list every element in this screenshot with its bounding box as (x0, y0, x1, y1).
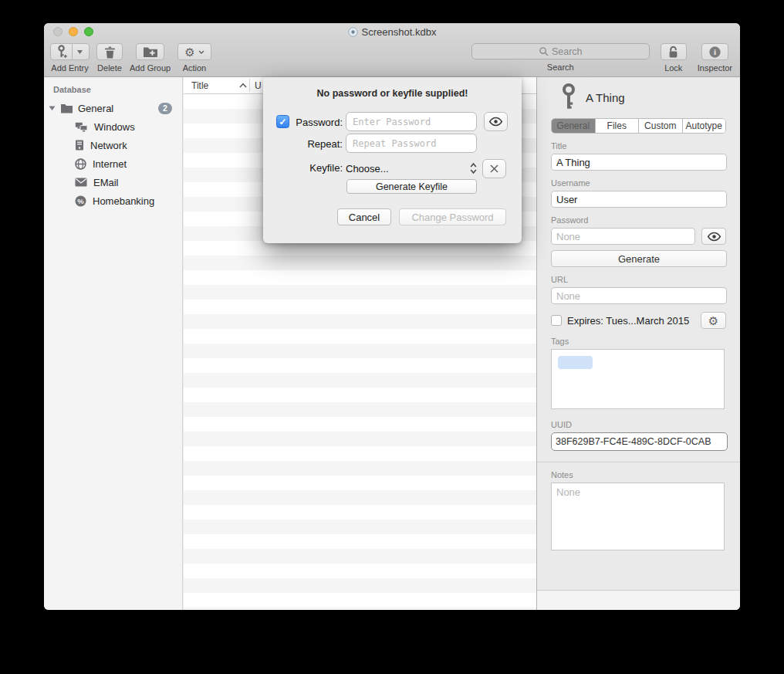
svg-text:%: % (77, 196, 84, 205)
sidebar-item-network[interactable]: Network (44, 136, 182, 154)
username-field-label: Username (551, 178, 726, 188)
tags-label: Tags (551, 337, 726, 346)
clear-keyfile-button[interactable] (482, 159, 506, 178)
document-icon (348, 27, 358, 37)
notes-field[interactable] (551, 483, 725, 550)
server-icon (75, 140, 84, 151)
group-sidebar: Database General 2 Windows Network Inter… (44, 77, 183, 610)
envelope-icon (75, 178, 87, 187)
expires-checkbox[interactable] (551, 315, 562, 326)
lock-button[interactable] (661, 43, 687, 60)
column-divider[interactable] (249, 79, 250, 92)
disclosure-triangle-icon[interactable] (49, 105, 56, 111)
trash-icon (104, 46, 116, 59)
search-icon (539, 46, 549, 56)
column-header-title[interactable]: Title (184, 80, 208, 91)
delete-label: Delete (97, 63, 122, 73)
enter-password-field[interactable] (346, 112, 477, 131)
action-button[interactable]: ⚙ (177, 43, 211, 60)
password-label: Password: (289, 117, 343, 128)
divider (537, 462, 740, 462)
password-field-label: Password (551, 215, 726, 225)
tab-files[interactable]: Files (596, 119, 640, 133)
password-field[interactable] (551, 228, 695, 245)
url-field[interactable] (551, 287, 727, 304)
globe-icon (75, 158, 86, 170)
column-header-username[interactable]: U (255, 80, 262, 91)
action-label: Action (183, 63, 207, 73)
change-password-button[interactable]: Change Password (399, 208, 506, 225)
info-icon: i (708, 46, 721, 59)
window-title-area: Screenshot.kdbx (44, 23, 740, 40)
expires-settings-button[interactable]: ⚙ (701, 312, 726, 329)
inspector-label: Inspector (698, 63, 732, 73)
repeat-label: Repeat: (289, 138, 343, 150)
tab-custom[interactable]: Custom (639, 119, 683, 133)
app-window: Screenshot.kdbx Add Entry Delete (44, 23, 740, 610)
split-divider (72, 44, 73, 59)
percent-icon: % (75, 195, 86, 207)
search-input[interactable]: Search (471, 43, 650, 59)
sidebar-item-windows[interactable]: Windows (44, 117, 182, 136)
lock-label: Lock (664, 63, 682, 73)
sidebar-item-internet[interactable]: Internet (44, 154, 182, 173)
sheet-message: No password or keyfile supplied! (263, 88, 522, 99)
keyfile-popup[interactable]: Choose... (346, 159, 477, 178)
keyfile-label: Keyfile: (289, 162, 343, 174)
entry-count-badge: 2 (158, 103, 172, 114)
sidebar-item-homebanking[interactable]: % Homebanking (44, 191, 182, 210)
repeat-password-field[interactable] (346, 134, 477, 153)
add-entry-label: Add Entry (51, 63, 88, 73)
uuid-field[interactable] (551, 432, 728, 451)
svg-text:i: i (714, 47, 716, 56)
stepper-icon (470, 162, 477, 174)
password-checkbox[interactable]: ✓ (276, 115, 289, 128)
inspector-button[interactable]: i (701, 43, 728, 60)
expires-label: Expires: Tues...March 2015 (567, 315, 689, 327)
toolbar: Add Entry Delete Add Group ⚙ (44, 40, 740, 77)
username-field[interactable] (551, 191, 727, 208)
sort-ascending-icon (239, 83, 247, 88)
reveal-password-button[interactable] (701, 228, 726, 245)
lock-open-icon (667, 45, 679, 59)
change-password-sheet: No password or keyfile supplied! ✓ Passw… (263, 77, 522, 243)
sidebar-item-label: EMail (93, 177, 119, 188)
windows-icon (75, 122, 88, 132)
add-entry-button[interactable] (50, 43, 90, 60)
keyfile-value: Choose... (346, 163, 470, 174)
gear-icon: ⚙ (708, 315, 718, 327)
title-field-label: Title (551, 141, 726, 151)
eye-icon (707, 232, 721, 242)
add-group-label: Add Group (130, 63, 171, 73)
inspector-tabs: General Files Custom Autotype (551, 118, 726, 134)
sidebar-item-email[interactable]: EMail (44, 173, 182, 191)
sidebar-item-label: Network (90, 140, 127, 151)
sidebar-item-label: General (78, 103, 113, 114)
generate-password-button[interactable]: Generate (551, 250, 727, 267)
entry-header: A Thing (537, 77, 740, 111)
tab-autotype[interactable]: Autotype (683, 119, 726, 133)
tab-general[interactable]: General (552, 119, 596, 133)
title-field[interactable] (551, 154, 727, 171)
cancel-button[interactable]: Cancel (337, 208, 391, 225)
window-title: Screenshot.kdbx (362, 26, 437, 38)
gear-icon: ⚙ (184, 46, 194, 58)
tags-box[interactable] (551, 349, 725, 409)
inspector-footer (537, 590, 740, 610)
sidebar-header: Database (53, 85, 182, 94)
search-label: Search (547, 63, 574, 72)
delete-button[interactable] (96, 43, 123, 60)
sidebar-item-label: Homebanking (93, 195, 154, 207)
folder-plus-icon (143, 46, 157, 58)
titlebar: Screenshot.kdbx (44, 23, 740, 40)
sidebar-item-general[interactable]: General 2 (44, 99, 182, 117)
tag-pill[interactable] (558, 356, 593, 369)
key-plus-icon (57, 45, 67, 59)
url-field-label: URL (551, 275, 726, 284)
chevron-down-icon (198, 50, 204, 54)
folder-icon (60, 103, 73, 113)
add-group-button[interactable] (136, 43, 164, 60)
generate-keyfile-button[interactable]: Generate Keyfile (346, 179, 477, 194)
show-password-button[interactable] (484, 112, 508, 131)
key-icon (562, 83, 576, 111)
